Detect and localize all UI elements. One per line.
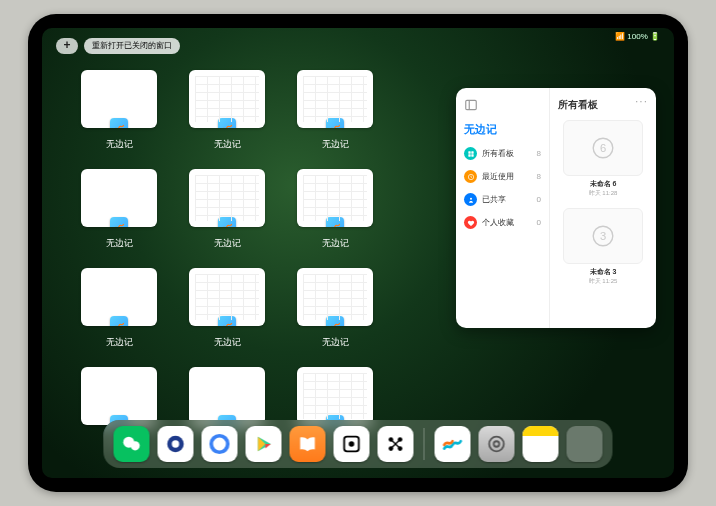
- board-subtitle: 昨天 11:28: [563, 189, 643, 198]
- window-thumbnail[interactable]: 无边记: [292, 70, 378, 151]
- thumbnail-label: 无边记: [322, 138, 349, 151]
- sidebar-item-shared[interactable]: 已共享0: [464, 193, 541, 206]
- connect-app[interactable]: [378, 426, 414, 462]
- menu-label: 已共享: [482, 194, 506, 205]
- freeform-app-icon: [110, 316, 128, 326]
- window-thumbnail[interactable]: 无边记: [292, 169, 378, 250]
- dock: [104, 420, 613, 468]
- freeform-app-icon: [110, 217, 128, 227]
- thumbnail-label: 无边记: [322, 237, 349, 250]
- window-thumbnail[interactable]: 无边记: [76, 70, 162, 151]
- thumbnail-preview: [297, 70, 373, 128]
- browser-q-app[interactable]: [202, 426, 238, 462]
- panel-content: 所有看板 6未命名 6昨天 11:283未命名 3昨天 11:25: [550, 88, 656, 328]
- svg-point-7: [470, 197, 472, 199]
- ipad-frame: 📶 100% 🔋 + 重新打开已关闭的窗口 无边记无边记无边记无边记无边记无边记…: [28, 14, 688, 492]
- dice-app[interactable]: [334, 426, 370, 462]
- thumbnail-preview: [189, 70, 265, 128]
- screen: 📶 100% 🔋 + 重新打开已关闭的窗口 无边记无边记无边记无边记无边记无边记…: [42, 28, 674, 478]
- svg-text:6: 6: [600, 142, 606, 154]
- thumbnail-preview: [297, 367, 373, 425]
- board-card[interactable]: 6未命名 6昨天 11:28: [563, 120, 643, 198]
- thumbnail-label: 无边记: [106, 336, 133, 349]
- svg-point-18: [350, 442, 354, 446]
- thumbnail-preview: [189, 169, 265, 227]
- dock-separator: [424, 428, 425, 460]
- svg-point-25: [494, 441, 500, 447]
- thumbnail-preview: [297, 268, 373, 326]
- status-bar: 📶 100% 🔋: [615, 32, 660, 41]
- thumbnail-preview: [297, 169, 373, 227]
- svg-point-26: [489, 437, 504, 452]
- board-title: 未命名 6: [563, 179, 643, 189]
- window-thumbnail[interactable]: 无边记: [76, 169, 162, 250]
- freeform-panel[interactable]: ··· 无边记 所有看板8最近使用8已共享0个人收藏0 所有看板 6未命名 6昨…: [456, 88, 656, 328]
- reopen-closed-window-button[interactable]: 重新打开已关闭的窗口: [84, 38, 180, 54]
- svg-rect-4: [468, 154, 470, 156]
- panel-left-title: 无边记: [464, 122, 541, 137]
- freeform-app-icon: [326, 316, 344, 326]
- shared-icon: [464, 193, 477, 206]
- notes-app[interactable]: [523, 426, 559, 462]
- thumbnail-label: 无边记: [322, 336, 349, 349]
- svg-point-16: [211, 436, 228, 453]
- freeform-app-icon: [218, 316, 236, 326]
- thumbnail-preview: [81, 169, 157, 227]
- thumbnail-preview: [189, 268, 265, 326]
- thumbnail-label: 无边记: [214, 336, 241, 349]
- new-window-button[interactable]: +: [56, 38, 78, 54]
- browser-circle-app[interactable]: [158, 426, 194, 462]
- thumbnail-preview: [81, 268, 157, 326]
- thumbnail-label: 无边记: [106, 237, 133, 250]
- more-icon[interactable]: ···: [635, 94, 648, 108]
- menu-count: 8: [537, 149, 541, 158]
- freeform-app-icon: [218, 217, 236, 227]
- svg-rect-2: [468, 151, 470, 153]
- top-bar: + 重新打开已关闭的窗口: [56, 38, 180, 54]
- sidebar-item-fav[interactable]: 个人收藏0: [464, 216, 541, 229]
- board-preview: 6: [563, 120, 643, 176]
- thumbnail-preview: [81, 70, 157, 128]
- svg-rect-0: [466, 100, 477, 109]
- thumbnail-preview: [189, 367, 265, 425]
- menu-count: 8: [537, 172, 541, 181]
- settings-app[interactable]: [479, 426, 515, 462]
- board-subtitle: 昨天 11:25: [563, 277, 643, 286]
- books-app[interactable]: [290, 426, 326, 462]
- freeform-app-icon: [218, 118, 236, 128]
- thumbnail-label: 无边记: [106, 138, 133, 151]
- window-thumbnail[interactable]: 无边记: [184, 70, 270, 151]
- panel-sidebar: 无边记 所有看板8最近使用8已共享0个人收藏0: [456, 88, 550, 328]
- menu-label: 个人收藏: [482, 217, 514, 228]
- window-thumbnail[interactable]: 无边记: [184, 268, 270, 349]
- sidebar-item-recent[interactable]: 最近使用8: [464, 170, 541, 183]
- thumbnail-preview: [81, 367, 157, 425]
- menu-label: 最近使用: [482, 171, 514, 182]
- thumbnail-label: 无边记: [214, 138, 241, 151]
- board-preview: 3: [563, 208, 643, 264]
- thumbnail-label: 无边记: [214, 237, 241, 250]
- sidebar-item-all[interactable]: 所有看板8: [464, 147, 541, 160]
- fav-icon: [464, 216, 477, 229]
- window-thumbnail[interactable]: 无边记: [184, 169, 270, 250]
- svg-rect-5: [471, 154, 473, 156]
- wechat-app[interactable]: [114, 426, 150, 462]
- recent-icon: [464, 170, 477, 183]
- freeform-app[interactable]: [435, 426, 471, 462]
- svg-text:3: 3: [600, 230, 606, 242]
- play-store-app[interactable]: [246, 426, 282, 462]
- app-folder[interactable]: [567, 426, 603, 462]
- menu-label: 所有看板: [482, 148, 514, 159]
- board-card[interactable]: 3未命名 3昨天 11:25: [563, 208, 643, 286]
- sidebar-icon: [464, 98, 478, 112]
- window-grid: 无边记无边记无边记无边记无边记无边记无边记无边记无边记无边记无边记无边记: [76, 70, 456, 448]
- freeform-app-icon: [326, 217, 344, 227]
- menu-count: 0: [537, 195, 541, 204]
- all-icon: [464, 147, 477, 160]
- window-thumbnail[interactable]: 无边记: [292, 268, 378, 349]
- freeform-app-icon: [110, 118, 128, 128]
- freeform-app-icon: [326, 118, 344, 128]
- board-title: 未命名 3: [563, 267, 643, 277]
- window-thumbnail[interactable]: 无边记: [76, 268, 162, 349]
- menu-count: 0: [537, 218, 541, 227]
